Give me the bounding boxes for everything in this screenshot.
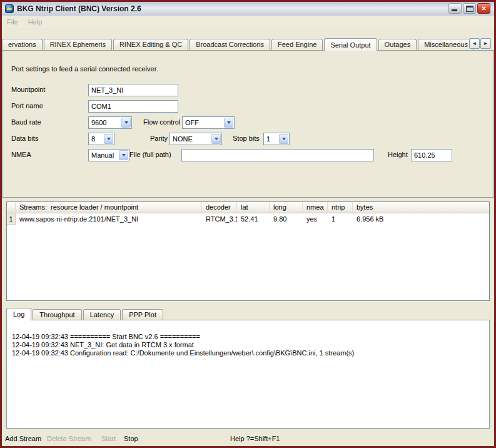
table-row[interactable]: 1 www.sapos-ni-ntrip.de:2101/NET_3_NI RT… (7, 213, 489, 225)
maximize-button[interactable] (463, 3, 476, 14)
baud-rate-value: 9600 (91, 119, 106, 126)
mountpoint-label: Mountpoint (11, 86, 45, 93)
data-bits-label: Data bits (11, 135, 38, 142)
baud-rate-select[interactable]: 9600 (88, 116, 132, 129)
chevron-down-icon (279, 134, 288, 144)
minimize-icon (452, 9, 457, 11)
row-number: 1 (7, 213, 16, 225)
app-icon (5, 4, 14, 13)
tab-feed-engine[interactable]: Feed Engine (271, 39, 323, 50)
data-bits-value: 8 (91, 135, 95, 143)
cell-long: 9.80 (270, 213, 303, 225)
mountpoint-input[interactable] (88, 84, 178, 96)
tab-bar: ervations RINEX Ephemeris RINEX Editing … (2, 37, 475, 50)
cell-nmea: yes (303, 213, 328, 225)
chevron-down-icon (211, 134, 221, 144)
tab-serial-output[interactable]: Serial Output (324, 38, 377, 51)
log-line: 12-04-19 09:32:43 ========== Start BNC v… (12, 333, 484, 341)
nmea-label: NMEA (11, 151, 31, 158)
flow-control-label: Flow control (143, 118, 180, 126)
header-ntrip: ntrip (328, 202, 353, 213)
menu-file[interactable]: File (2, 18, 23, 26)
tab-latency[interactable]: Latency (83, 309, 121, 320)
parity-value: NONE (173, 135, 193, 143)
header-lat: lat (237, 202, 270, 213)
streams-table: Streams: resource loader / mountpoint de… (6, 201, 490, 301)
nmea-select[interactable]: Manual (88, 149, 129, 161)
data-bits-select[interactable]: 8 (88, 133, 114, 145)
chevron-down-icon (121, 118, 131, 128)
help-shortcut-text: Help ?=Shift+F1 (230, 435, 280, 442)
header-decoder: decoder (202, 202, 237, 213)
cell-bytes: 6.956 kB (353, 213, 489, 225)
tab-throughput[interactable]: Throughput (33, 309, 81, 320)
file-path-label: File (full path) (129, 151, 171, 158)
header-long: long (270, 202, 303, 213)
log-line: 12-04-19 09:32:43 NET_3_NI: Get data in … (12, 341, 484, 349)
height-label: Height (388, 151, 408, 158)
nmea-value: Manual (91, 151, 114, 159)
baud-rate-label: Baud rate (11, 118, 41, 126)
close-icon: ✕ (481, 5, 486, 12)
window-controls: ✕ (448, 3, 490, 14)
delete-stream-button[interactable]: Delete Stream (47, 435, 91, 442)
close-button[interactable]: ✕ (477, 3, 490, 14)
menu-help[interactable]: Help (23, 18, 48, 26)
tab-scroll-buttons: ◄ ► (469, 38, 491, 49)
add-stream-button[interactable]: Add Stream (5, 435, 41, 442)
tab-miscellaneous[interactable]: Miscellaneous (418, 39, 474, 50)
tab-log[interactable]: Log (6, 308, 31, 320)
tab-outages[interactable]: Outages (378, 39, 417, 50)
tab-ppp-plot[interactable]: PPP Plot (122, 309, 163, 320)
stop-bits-value: 1 (266, 135, 270, 143)
file-path-input[interactable] (181, 149, 374, 161)
parity-select[interactable]: NONE (170, 133, 222, 145)
stop-bits-label: Stop bits (233, 135, 260, 142)
chevron-down-icon (119, 150, 128, 160)
flow-control-value: OFF (185, 119, 199, 126)
bottom-tab-bar: Log Throughput Latency PPP Plot (6, 308, 164, 320)
header-bytes: bytes (353, 202, 489, 213)
menu-bar: File Help (2, 16, 494, 28)
table-corner (7, 202, 16, 213)
header-mountpoint: Streams: resource loader / mountpoint (16, 202, 202, 213)
title-bar[interactable]: BKG Ntrip Client (BNC) Version 2.6 ✕ (2, 2, 494, 16)
port-name-label: Port name (11, 102, 43, 109)
tab-broadcast-corrections[interactable]: Broadcast Corrections (190, 39, 270, 50)
start-button[interactable]: Start (101, 435, 116, 442)
tab-scroll-right-button[interactable]: ► (480, 38, 491, 49)
window-title: BKG Ntrip Client (BNC) Version 2.6 (17, 4, 141, 13)
parity-label: Parity (150, 135, 168, 142)
stop-button[interactable]: Stop (124, 435, 138, 442)
stop-bits-select[interactable]: 1 (263, 133, 290, 145)
log-line: 12-04-19 09:32:43 Configuration read: C:… (12, 349, 484, 357)
log-panel[interactable]: 12-04-19 09:32:43 ========== Start BNC v… (6, 320, 490, 429)
pane-description: Port settings to feed a serial connected… (11, 65, 158, 73)
cell-lat: 52.41 (237, 213, 270, 225)
cell-ntrip: 1 (328, 213, 353, 225)
header-nmea: nmea (303, 202, 328, 213)
chevron-down-icon (224, 118, 233, 128)
tab-rinex-editing-qc[interactable]: RINEX Editing & QC (113, 39, 188, 50)
streams-table-header: Streams: resource loader / mountpoint de… (7, 202, 489, 213)
maximize-icon (466, 6, 473, 12)
minimize-button[interactable] (448, 3, 462, 14)
bnc-window: BKG Ntrip Client (BNC) Version 2.6 ✕ Fil… (0, 0, 496, 448)
tab-observations[interactable]: ervations (2, 39, 43, 50)
cell-mountpoint: www.sapos-ni-ntrip.de:2101/NET_3_NI (16, 213, 202, 225)
tab-rinex-ephemeris[interactable]: RINEX Ephemeris (44, 39, 112, 50)
chevron-down-icon (104, 134, 113, 144)
cell-decoder: RTCM_3.1 (202, 213, 237, 225)
port-name-input[interactable] (88, 100, 178, 113)
tab-scroll-left-button[interactable]: ◄ (469, 38, 480, 49)
flow-control-select[interactable]: OFF (182, 116, 235, 129)
height-input[interactable] (411, 149, 452, 161)
